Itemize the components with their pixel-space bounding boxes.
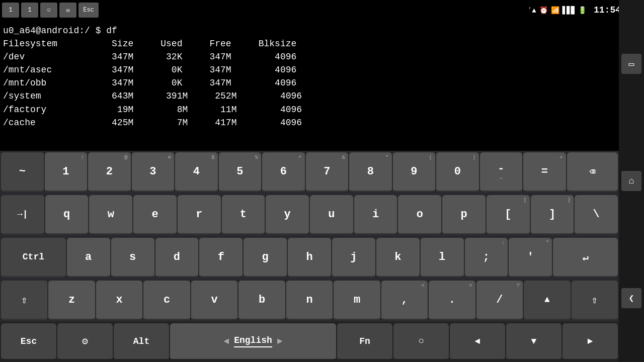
status-left-icons: 1 1 ☺ ✉ Esc <box>0 0 99 20</box>
tl-icon-mail: ✉ <box>59 3 76 18</box>
space-language: English <box>234 335 272 347</box>
terminal-row-obb: /mnt/obb 347M 0K 347M 4096 <box>3 76 616 89</box>
key-n[interactable]: n <box>286 281 333 320</box>
key-quote[interactable]: "' <box>509 238 552 278</box>
key-b[interactable]: b <box>238 281 285 320</box>
key-w[interactable]: w <box>89 195 132 235</box>
key-shift-left[interactable]: ⇧ <box>1 281 47 320</box>
key-slash[interactable]: ?/ <box>476 281 523 320</box>
keyboard-bottom-row: Esc ⚙ Alt ◄ English ► Fn ○ ◄ ▼ ► <box>0 322 619 362</box>
terminal-row-dev: /dev 347M 32K 347M 4096 <box>3 50 616 63</box>
key-circle[interactable]: ○ <box>393 323 449 360</box>
key-esc[interactable]: Esc <box>1 323 56 360</box>
key-q[interactable]: q <box>45 195 89 235</box>
terminal-header: Filesystem Size Used Free Blksize <box>3 37 616 50</box>
key-e[interactable]: e <box>133 195 177 235</box>
key-equals[interactable]: += <box>523 152 566 192</box>
key-y[interactable]: y <box>266 195 309 235</box>
battery-icon: 🔋 <box>578 6 587 15</box>
key-nav-down[interactable]: ▼ <box>506 323 561 360</box>
key-2[interactable]: @2 <box>88 152 131 192</box>
key-backslash[interactable]: \ <box>575 195 618 235</box>
key-3[interactable]: #3 <box>132 152 175 192</box>
wifi-icon: 📶 <box>551 6 559 15</box>
terminal-row-asec: /mnt/asec 347M 0K 347M 4096 <box>3 63 616 76</box>
key-alt[interactable]: Alt <box>114 323 169 360</box>
key-ctrl[interactable]: Ctrl <box>1 238 66 278</box>
key-i[interactable]: i <box>354 195 397 235</box>
key-4[interactable]: $4 <box>175 152 218 192</box>
key-semicolon[interactable]: :; <box>465 238 508 278</box>
key-k[interactable]: k <box>376 238 420 278</box>
key-enter[interactable]: ↵ <box>553 238 618 278</box>
key-j[interactable]: j <box>332 238 375 278</box>
key-8[interactable]: *8 <box>349 152 392 192</box>
status-time: 11:54 <box>594 5 621 15</box>
tl-icon-1a: 1 <box>2 3 19 18</box>
key-nav-left[interactable]: ◄ <box>450 323 505 360</box>
terminal-row-system: /system 643M 391M 252M 4096 <box>3 89 616 103</box>
tl-icon-smiley: ☺ <box>40 3 57 18</box>
right-sidebar: ▭ ⌂ ❮ <box>619 0 644 362</box>
key-p[interactable]: p <box>442 195 486 235</box>
key-x[interactable]: x <box>96 281 142 320</box>
tl-icon-1b: 1 <box>21 3 38 18</box>
key-nav-right[interactable]: ► <box>562 323 618 360</box>
key-0[interactable]: )0 <box>436 152 479 192</box>
key-up-arrow[interactable]: ▲ <box>524 281 570 320</box>
key-comma[interactable]: <, <box>381 281 428 320</box>
key-space[interactable]: ◄ English ► <box>170 323 336 360</box>
terminal-row-cache: /cache 425M 7M 417M 4096 <box>3 116 616 129</box>
key-fn[interactable]: Fn <box>337 323 392 360</box>
key-lbracket[interactable]: {[ <box>487 195 530 235</box>
key-tab[interactable]: →| <box>1 195 44 235</box>
key-settings[interactable]: ⚙ <box>57 323 113 360</box>
sidebar-back-btn[interactable]: ❮ <box>621 288 641 308</box>
key-o[interactable]: o <box>398 195 441 235</box>
key-tilde[interactable]: ~ <box>1 152 44 192</box>
key-f[interactable]: f <box>199 238 243 278</box>
key-s[interactable]: s <box>111 238 154 278</box>
key-5[interactable]: %5 <box>219 152 262 192</box>
terminal-row-factory: /factory 19M 8M 11M 4096 <box>3 103 616 116</box>
status-bar: 1 1 ☺ ✉ Esc ʿ▲ ⏰ 📶 ▋▊▉ 🔋 11:54 ⋮ <box>0 0 644 20</box>
key-7[interactable]: &7 <box>306 152 349 192</box>
bluetooth-icon: ʿ▲ <box>528 6 536 15</box>
terminal-area: u0_a64@android:/ $ df Filesystem Size Us… <box>0 20 619 151</box>
key-period[interactable]: >. <box>429 281 475 320</box>
key-shift-right[interactable]: ⇧ <box>572 281 618 320</box>
key-v[interactable]: v <box>191 281 237 320</box>
key-minus[interactable]: -– <box>480 152 523 192</box>
space-left-arrow: ◄ <box>223 336 229 346</box>
key-rbracket[interactable]: }] <box>531 195 574 235</box>
key-m[interactable]: m <box>334 281 380 320</box>
key-g[interactable]: g <box>244 238 287 278</box>
keyboard: ~ !1 @2 #3 $4 %5 ^6 &7 *8 (9 )0 -– += ⌫ … <box>0 151 619 362</box>
terminal-prompt: u0_a64@android:/ $ df <box>3 24 616 37</box>
key-d[interactable]: d <box>155 238 199 278</box>
keyboard-row-numbers: ~ !1 @2 #3 $4 %5 ^6 &7 *8 (9 )0 -– += ⌫ <box>0 151 619 194</box>
key-t[interactable]: t <box>222 195 265 235</box>
key-l[interactable]: l <box>421 238 464 278</box>
key-z[interactable]: z <box>48 281 95 320</box>
key-h[interactable]: h <box>288 238 331 278</box>
keyboard-row-zxcv: ⇧ z x c v b n m <, >. ?/ ▲ ⇧ <box>0 279 619 322</box>
alarm-icon: ⏰ <box>539 6 548 15</box>
space-right-arrow: ► <box>277 336 283 346</box>
key-c[interactable]: c <box>143 281 190 320</box>
key-backspace[interactable]: ⌫ <box>567 152 618 192</box>
key-9[interactable]: (9 <box>393 152 436 192</box>
key-6[interactable]: ^6 <box>262 152 305 192</box>
key-r[interactable]: r <box>178 195 221 235</box>
key-u[interactable]: u <box>310 195 353 235</box>
key-a[interactable]: a <box>67 238 110 278</box>
key-1[interactable]: !1 <box>45 152 88 192</box>
sidebar-recent-btn[interactable]: ▭ <box>621 54 641 74</box>
signal-icon: ▋▊▉ <box>562 6 575 15</box>
sidebar-home-btn[interactable]: ⌂ <box>621 171 641 191</box>
keyboard-row-qwerty: →| q w e r t y u i o p {[ }] \ <box>0 194 619 236</box>
tl-icon-esc: Esc <box>78 3 99 18</box>
keyboard-row-asdf: Ctrl a s d f g h j k l :; "' ↵ <box>0 236 619 279</box>
